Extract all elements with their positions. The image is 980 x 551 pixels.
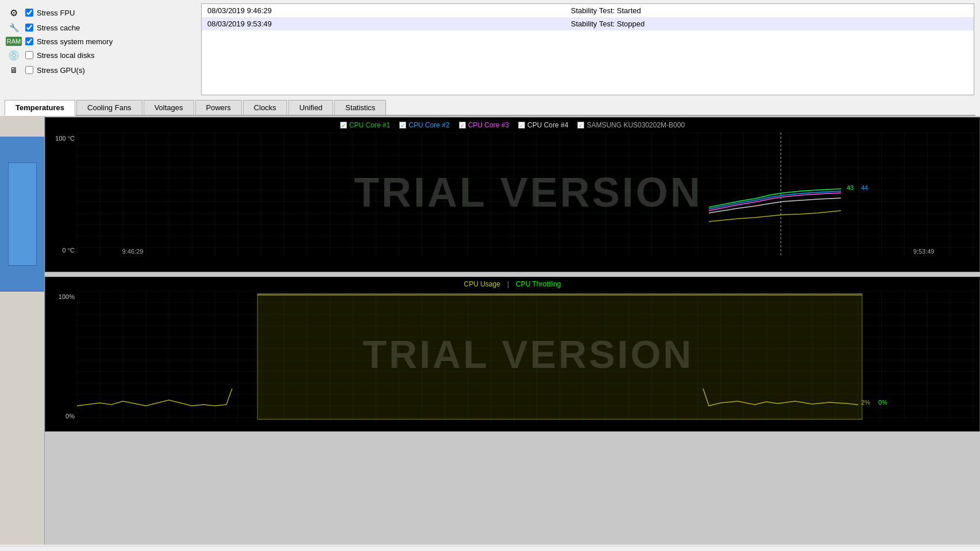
fpu-icon: ⚙	[6, 7, 22, 18]
event-log: 08/03/2019 9:46:29 Stability Test: Start…	[201, 3, 974, 95]
bottom-bar	[0, 546, 980, 551]
chart-tabs: Temperatures Cooling Fans Voltages Power…	[5, 100, 975, 116]
usage-y-min: 0%	[48, 413, 75, 420]
disks-icon: 💿	[6, 49, 22, 61]
stress-options: ⚙ Stress FPU 🔧 Stress cache RAM Stress s…	[6, 3, 195, 95]
cpu-usage-chart: CPU Usage | CPU Throttling 100% 0%	[45, 277, 980, 432]
stress-fpu-label: Stress FPU	[37, 9, 75, 17]
temperature-chart: ✓ CPU Core #1 ✓ CPU Core #2 ✓ CPU Core #…	[45, 117, 980, 272]
usage-legend: CPU Usage | CPU Throttling	[45, 277, 979, 291]
log-event: Stability Test: Stopped	[565, 17, 974, 30]
svg-rect-6	[257, 294, 862, 420]
throttling-label: CPU Throttling	[516, 280, 561, 288]
temp-x-end: 9:53:49	[913, 248, 935, 255]
svg-text:0%: 0%	[878, 399, 888, 406]
stress-disks-checkbox[interactable]	[25, 51, 33, 59]
log-row: 08/03/2019 9:53:49 Stability Test: Stopp…	[202, 17, 974, 30]
stress-cache-item: 🔧 Stress cache	[6, 21, 195, 34]
log-row: 08/03/2019 9:46:29 Stability Test: Start…	[202, 4, 974, 17]
tab-powers[interactable]: Powers	[195, 100, 242, 115]
temp-chart-svg: 43 44	[77, 133, 979, 256]
tab-cooling-fans[interactable]: Cooling Fans	[76, 100, 142, 115]
legend-core3[interactable]: ✓ CPU Core #3	[459, 121, 509, 129]
tab-unified[interactable]: Unified	[288, 100, 333, 115]
usage-y-max: 100%	[48, 293, 75, 300]
svg-text:2%: 2%	[861, 399, 870, 406]
usage-label: CPU Usage	[464, 280, 500, 288]
legend-core2[interactable]: ✓ CPU Core #2	[399, 121, 449, 129]
stress-gpu-label: Stress GPU(s)	[37, 66, 85, 75]
tab-temperatures[interactable]: Temperatures	[5, 100, 75, 116]
legend-core4[interactable]: ✓ CPU Core #4	[518, 121, 568, 129]
gpu-icon: 🖥	[6, 64, 22, 76]
stress-disks-item: 💿 Stress local disks	[6, 48, 195, 62]
temp-legend: ✓ CPU Core #1 ✓ CPU Core #2 ✓ CPU Core #…	[45, 118, 979, 133]
usage-chart-svg: 2% 0%	[77, 291, 979, 422]
log-event: Stability Test: Started	[565, 4, 974, 17]
svg-text:44: 44	[861, 184, 868, 191]
stress-memory-label: Stress system memory	[37, 37, 113, 46]
usage-separator: |	[507, 280, 509, 288]
temp-y-max: 100 °C	[48, 135, 75, 142]
svg-text:43: 43	[847, 184, 854, 191]
cache-icon: 🔧	[6, 22, 22, 33]
stress-memory-item: RAM Stress system memory	[6, 36, 195, 47]
tab-clocks[interactable]: Clocks	[243, 100, 287, 115]
tab-voltages[interactable]: Voltages	[144, 100, 194, 115]
svg-rect-0	[77, 133, 979, 256]
log-timestamp: 08/03/2019 9:46:29	[202, 4, 565, 17]
stress-cache-label: Stress cache	[37, 24, 80, 32]
legend-core1[interactable]: ✓ CPU Core #1	[340, 121, 390, 129]
stress-fpu-item: ⚙ Stress FPU	[6, 6, 195, 20]
stress-disks-label: Stress local disks	[37, 51, 94, 60]
log-timestamp: 08/03/2019 9:53:49	[202, 17, 565, 30]
memory-icon: RAM	[6, 37, 22, 46]
temp-y-min: 0 °C	[48, 247, 75, 254]
stress-memory-checkbox[interactable]	[25, 37, 33, 45]
stress-gpu-checkbox[interactable]	[25, 66, 33, 74]
temp-x-start: 9:46:29	[122, 248, 144, 255]
stress-gpu-item: 🖥 Stress GPU(s)	[6, 63, 195, 77]
legend-samsung[interactable]: ✓ SAMSUNG KUS030202M-B000	[577, 121, 685, 129]
tab-statistics[interactable]: Statistics	[334, 100, 386, 115]
stress-cache-checkbox[interactable]	[25, 24, 33, 32]
stress-fpu-checkbox[interactable]	[25, 9, 33, 17]
